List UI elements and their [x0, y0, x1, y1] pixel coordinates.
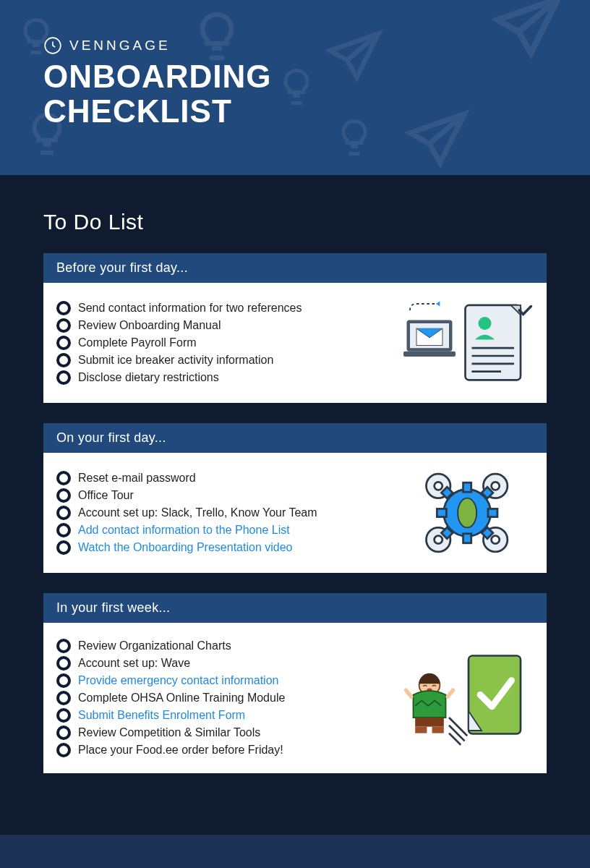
- section-heading: Before your first day...: [43, 253, 547, 283]
- checklist-item-text: Complete Payroll Form: [78, 336, 197, 349]
- brand: VENNGAGE: [43, 36, 547, 55]
- checklist-item: Provide emergency contact information: [56, 673, 389, 688]
- checklist-item: Submit Benefits Enrolment Form: [56, 708, 389, 723]
- svg-point-6: [479, 317, 492, 330]
- svg-rect-36: [415, 727, 427, 733]
- svg-rect-35: [415, 718, 444, 727]
- section-heading: On your first day...: [43, 423, 547, 453]
- checkbox-ring-icon[interactable]: [56, 336, 71, 350]
- checklist-section: In your first week...Review Organization…: [43, 593, 547, 773]
- checklist-item: Review Onboarding Manual: [56, 318, 389, 333]
- svg-line-31: [449, 726, 465, 741]
- checklist-item: Watch the Onboarding Presentation video: [56, 540, 389, 555]
- checklist-item: Review Organizational Charts: [56, 639, 389, 653]
- checklist-item-text: Place your Food.ee order before Friday!: [78, 744, 283, 757]
- svg-point-16: [435, 536, 442, 544]
- checklist-item-text: Send contact information for two referen…: [78, 302, 302, 315]
- checkbox-ring-icon[interactable]: [56, 540, 71, 555]
- checklist-item-text: Reset e-mail password: [78, 472, 196, 485]
- checklist-item-text: Review Onboarding Manual: [78, 319, 221, 332]
- checklist-item: Review Competition & Similar Tools: [56, 726, 389, 740]
- checklist-item-text: Account set up: Slack, Trello, Know Your…: [78, 506, 317, 519]
- checklist-item: Submit ice breaker activity information: [56, 353, 389, 367]
- person-checkmark-icon: [403, 644, 534, 752]
- section-illustration: [403, 466, 534, 560]
- section-body: Send contact information for two referen…: [43, 283, 547, 403]
- svg-rect-22: [437, 509, 446, 516]
- checklist-item: Reset e-mail password: [56, 471, 389, 485]
- checklist-item-link[interactable]: Add contact information to the Phone Lis…: [78, 524, 290, 537]
- section-heading: In your first week...: [43, 593, 547, 623]
- page-title: ONBOARDING CHECKLIST: [43, 59, 547, 129]
- checklist-item-link[interactable]: Watch the Onboarding Presentation video: [78, 541, 292, 554]
- checklist-item: Place your Food.ee order before Friday!: [56, 743, 389, 757]
- checkbox-ring-icon[interactable]: [56, 726, 71, 740]
- checklist-item-text: Office Tour: [78, 489, 134, 502]
- section-body: Reset e-mail passwordOffice TourAccount …: [43, 453, 547, 573]
- checklist-item-link[interactable]: Submit Benefits Enrolment Form: [78, 709, 245, 722]
- checkbox-ring-icon[interactable]: [56, 318, 71, 333]
- checkbox-ring-icon[interactable]: [56, 506, 71, 520]
- svg-rect-20: [463, 482, 471, 492]
- header: VENNGAGE ONBOARDING CHECKLIST: [0, 0, 590, 175]
- svg-point-14: [492, 482, 500, 490]
- svg-point-28: [458, 498, 476, 528]
- gears-icon: [414, 466, 523, 560]
- checkbox-ring-icon[interactable]: [56, 471, 71, 485]
- checkbox-ring-icon[interactable]: [56, 708, 71, 723]
- checkbox-ring-icon[interactable]: [56, 523, 71, 537]
- checklist-item-text: Account set up: Wave: [78, 657, 190, 670]
- footer-bar: [0, 835, 590, 868]
- section-body: Review Organizational ChartsAccount set …: [43, 623, 547, 773]
- checkbox-ring-icon[interactable]: [56, 639, 71, 653]
- checklist-item: Office Tour: [56, 488, 389, 503]
- checklist-item: Add contact information to the Phone Lis…: [56, 523, 389, 537]
- checklist-item-text: Disclose dietary restrictions: [78, 371, 219, 384]
- svg-rect-21: [463, 534, 471, 543]
- svg-line-30: [449, 718, 467, 736]
- checklist-item-text: Complete OHSA Online Training Module: [78, 692, 285, 705]
- checklist-item-text: Review Competition & Similar Tools: [78, 726, 260, 739]
- checklist-item: Complete Payroll Form: [56, 336, 389, 350]
- clock-icon: [43, 36, 62, 55]
- checklist-section: Before your first day...Send contact inf…: [43, 253, 547, 403]
- svg-point-12: [435, 482, 442, 490]
- checkbox-ring-icon[interactable]: [56, 691, 71, 705]
- checkbox-ring-icon[interactable]: [56, 370, 71, 385]
- checklist-item: Account set up: Slack, Trello, Know Your…: [56, 506, 389, 520]
- section-illustration: [403, 644, 534, 752]
- checklist-section: On your first day...Reset e-mail passwor…: [43, 423, 547, 573]
- checkbox-ring-icon[interactable]: [56, 488, 71, 503]
- checklist-items: Review Organizational ChartsAccount set …: [56, 636, 389, 760]
- checkbox-ring-icon[interactable]: [56, 743, 71, 757]
- svg-rect-3: [403, 352, 456, 357]
- laptop-profile-icon: [403, 296, 534, 390]
- content: To Do List Before your first day...Send …: [0, 175, 590, 822]
- checklist-items: Reset e-mail passwordOffice TourAccount …: [56, 468, 389, 558]
- checklist-item-text: Review Organizational Charts: [78, 639, 231, 652]
- svg-rect-5: [466, 305, 521, 380]
- checklist-item: Send contact information for two referen…: [56, 301, 389, 315]
- checklist-items: Send contact information for two referen…: [56, 298, 389, 388]
- checkbox-ring-icon[interactable]: [56, 301, 71, 315]
- section-illustration: [403, 296, 534, 390]
- checkbox-ring-icon[interactable]: [56, 673, 71, 688]
- todo-heading: To Do List: [43, 210, 547, 234]
- svg-point-18: [492, 536, 500, 544]
- checklist-item: Account set up: Wave: [56, 656, 389, 671]
- svg-rect-37: [432, 727, 444, 733]
- brand-name: VENNGAGE: [69, 38, 171, 54]
- checklist-item-text: Submit ice breaker activity information: [78, 354, 273, 367]
- checklist-item: Disclose dietary restrictions: [56, 370, 389, 385]
- svg-rect-23: [488, 509, 497, 516]
- checklist-item: Complete OHSA Online Training Module: [56, 691, 389, 705]
- checkbox-ring-icon[interactable]: [56, 656, 71, 671]
- checkbox-ring-icon[interactable]: [56, 353, 71, 367]
- checklist-item-link[interactable]: Provide emergency contact information: [78, 674, 278, 687]
